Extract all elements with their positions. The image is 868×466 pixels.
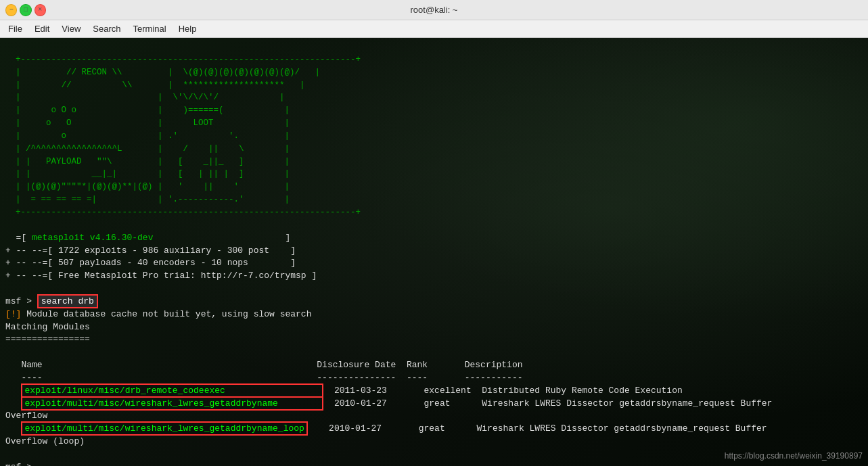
final-prompt: msf > [5,462,32,466]
table-header-sep: ---- --------------- ---- ----------- [5,373,523,383]
table-headers: Name Disclosure Date Rank Description [5,360,523,370]
overflow-2: Overflow (loop) [5,436,85,446]
module-row-3: exploit/multi/misc/wireshark_lwres_getad… [21,421,307,436]
module-row-2: exploit/multi/misc/wireshark_lwres_getad… [21,396,323,411]
menu-search[interactable]: Search [87,22,126,35]
warning-line: [!] Module database cache not built yet,… [5,309,311,319]
watermark: https://blog.csdn.net/weixin_39190897 [725,451,863,461]
matching-separator: ================ [5,334,90,344]
menu-terminal[interactable]: Terminal [128,22,172,35]
close-button[interactable]: × [35,4,46,16]
maximize-button[interactable]: □ [20,4,31,16]
terminal-window[interactable]: +---------------------------------------… [0,38,868,466]
ascii-art-section: +---------------------------------------… [5,55,361,217]
window-title: root@kali: ~ [46,5,822,15]
overflow-1: Overflow [5,411,47,421]
menu-view[interactable]: View [56,22,86,35]
version-text: metasploit v4.16.30-dev [32,233,153,243]
minimize-button[interactable]: − [5,4,17,16]
matching-header: Matching Modules [5,322,90,332]
terminal-output: +---------------------------------------… [0,38,868,466]
module-row-1: exploit/linux/misc/drb_remote_codeexec [21,383,323,398]
module-rows-box1: exploit/linux/misc/drb_remote_codeexec 2… [5,383,772,411]
titlebar: − □ × root@kali: ~ [0,0,868,20]
menu-help[interactable]: Help [173,22,202,35]
menubar: File Edit View Search Terminal Help [0,20,868,38]
command-text: search drb [37,294,98,308]
menu-file[interactable]: File [3,22,28,35]
command-prompt-line: msf > search drb [5,294,98,308]
menu-edit[interactable]: Edit [29,22,55,35]
